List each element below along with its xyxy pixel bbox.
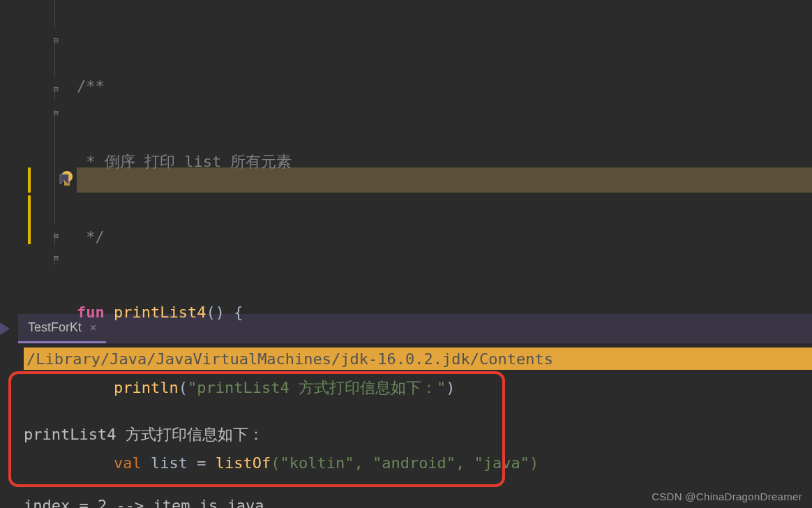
doc-comment: */: [77, 228, 105, 246]
fold-close-icon[interactable]: ⊟: [52, 246, 61, 255]
fold-open-icon[interactable]: ⊟: [52, 28, 61, 37]
fold-close-icon[interactable]: ⊟: [52, 223, 61, 232]
fold-close-icon[interactable]: ⊟: [52, 77, 61, 86]
function-name: printList4: [114, 304, 206, 321]
string-args: ("koltin", "android", "java"): [271, 454, 539, 472]
editor-gutter: ⊟ ⊟ ⊟ ⊟ ⊟: [0, 0, 77, 314]
run-console[interactable]: /Library/Java/JavaVirtualMachines/jdk-16…: [0, 343, 812, 508]
keyword-val: val: [114, 454, 142, 472]
svg-marker-2: [60, 174, 68, 184]
doc-comment: * 倒序 打印 list 所有元素: [77, 153, 292, 170]
console-line: printList4 方式打印信息如下：: [24, 423, 292, 447]
console-line: index = 2 --> item is java: [24, 494, 292, 508]
string-literal: "printList4 方式打印信息如下：": [188, 379, 446, 396]
keyword-fun: fun: [77, 304, 105, 321]
tab-label: TestForKt: [28, 320, 82, 335]
watermark-text: CSDN @ChinaDragonDreamer: [652, 491, 802, 502]
scope-marker: [28, 195, 31, 244]
bookmark-icon[interactable]: [59, 173, 71, 187]
fold-open-icon[interactable]: ⊟: [52, 100, 61, 110]
var-list: list: [151, 454, 188, 472]
code-editor[interactable]: ⊟ ⊟ ⊟ ⊟ ⊟ /** * 倒序 打印 list 所有元素 */ fun p…: [0, 0, 812, 314]
console-command: /Library/Java/JavaVirtualMachines/jdk-16…: [24, 348, 812, 370]
call-listof: listOf: [216, 454, 271, 472]
code-punct: () {: [206, 304, 243, 321]
current-line-marker: [28, 167, 31, 193]
call-println: println: [114, 379, 179, 396]
tab-corner-icon: [0, 314, 18, 343]
doc-comment: /**: [77, 77, 105, 95]
